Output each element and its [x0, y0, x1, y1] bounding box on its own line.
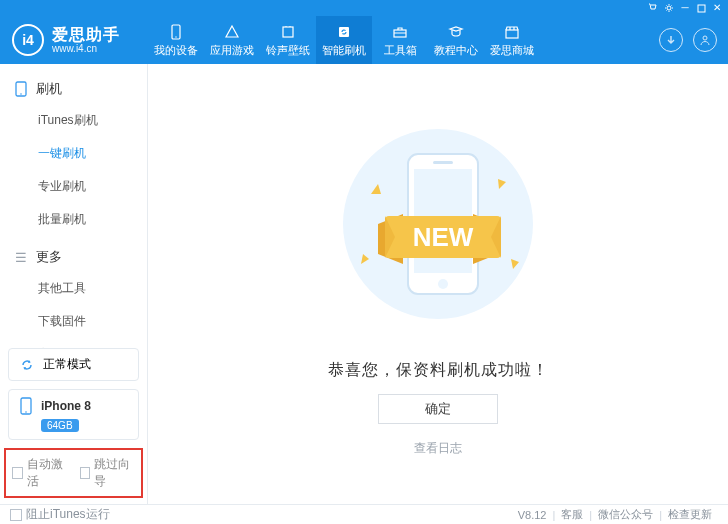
- svg-point-0: [667, 6, 671, 10]
- mall-icon: [504, 23, 520, 41]
- new-badge-text: NEW: [413, 222, 474, 252]
- maximize-icon[interactable]: [696, 3, 706, 13]
- sidebar-item-firmware[interactable]: 下载固件: [0, 305, 147, 338]
- ringtone-icon: [280, 23, 296, 41]
- sidebar-section-more[interactable]: ☰ 更多: [0, 242, 147, 272]
- svg-point-20: [438, 279, 448, 289]
- tab-label: 爱思商城: [490, 43, 534, 58]
- svg-point-12: [25, 411, 27, 413]
- checkbox-icon: [80, 467, 91, 479]
- support-link[interactable]: 客服: [561, 507, 583, 522]
- tab-mall[interactable]: 爱思商城: [484, 16, 540, 64]
- options-highlight-box: 自动激活 跳过向导: [4, 448, 143, 498]
- main-content: NEW 恭喜您，保资料刷机成功啦！ 确定 查看日志: [148, 64, 728, 504]
- phone-icon: [14, 81, 28, 97]
- tab-flash[interactable]: 智能刷机: [316, 16, 372, 64]
- brand-logo-icon: i4: [12, 24, 44, 56]
- tab-toolbox[interactable]: 工具箱: [372, 16, 428, 64]
- confirm-button[interactable]: 确定: [378, 394, 498, 424]
- svg-point-10: [20, 93, 22, 95]
- user-button[interactable]: [693, 28, 717, 52]
- sidebar-section-flash-title: 刷机: [36, 80, 62, 98]
- tab-apps[interactable]: 应用游戏: [204, 16, 260, 64]
- titlebar: ─ ✕: [0, 0, 728, 16]
- apps-icon: [224, 23, 240, 41]
- device-icon: [19, 397, 33, 415]
- svg-point-8: [703, 36, 707, 40]
- refresh-icon: [19, 357, 35, 373]
- cart-icon[interactable]: [648, 3, 658, 13]
- mode-label: 正常模式: [43, 356, 91, 373]
- device-storage-badge: 64GB: [41, 419, 79, 432]
- sidebar-item-pro[interactable]: 专业刷机: [0, 170, 147, 203]
- success-illustration: NEW: [323, 124, 553, 324]
- wechat-link[interactable]: 微信公众号: [598, 507, 653, 522]
- svg-rect-21: [433, 161, 453, 164]
- check-update-link[interactable]: 检查更新: [668, 507, 712, 522]
- brand-name: 爱思助手: [52, 26, 120, 44]
- sidebar-section-more-title: 更多: [36, 248, 62, 266]
- sidebar-item-itunes[interactable]: iTunes刷机: [0, 104, 147, 137]
- version-label: V8.12: [518, 509, 547, 521]
- tab-label: 应用游戏: [210, 43, 254, 58]
- device-icon: [168, 23, 184, 41]
- tab-label: 智能刷机: [322, 43, 366, 58]
- sidebar-item-batch[interactable]: 批量刷机: [0, 203, 147, 236]
- sidebar-item-other[interactable]: 其他工具: [0, 272, 147, 305]
- mode-indicator[interactable]: 正常模式: [8, 348, 139, 381]
- tab-device[interactable]: 我的设备: [148, 16, 204, 64]
- svg-rect-1: [698, 5, 705, 12]
- success-message: 恭喜您，保资料刷机成功啦！: [148, 360, 728, 381]
- tab-label: 我的设备: [154, 43, 198, 58]
- checkbox-icon: [10, 509, 22, 521]
- svg-rect-7: [506, 30, 518, 38]
- brand: i4 爱思助手 www.i4.cn: [0, 16, 148, 64]
- tab-ringtone[interactable]: 铃声壁纸: [260, 16, 316, 64]
- device-indicator[interactable]: iPhone 8 64GB: [8, 389, 139, 440]
- sidebar-section-flash[interactable]: 刷机: [0, 74, 147, 104]
- tab-label: 铃声壁纸: [266, 43, 310, 58]
- svg-rect-4: [283, 27, 293, 37]
- sidebar: 刷机 iTunes刷机一键刷机专业刷机批量刷机 ☰ 更多 其他工具下载固件高级功…: [0, 64, 148, 504]
- svg-point-3: [175, 36, 176, 37]
- auto-activate-checkbox[interactable]: 自动激活: [12, 456, 68, 490]
- auto-activate-label: 自动激活: [27, 456, 68, 490]
- tutorial-icon: [448, 23, 464, 41]
- header-right: [648, 16, 728, 64]
- skip-guide-label: 跳过向导: [94, 456, 135, 490]
- checkbox-icon: [12, 467, 23, 479]
- footer: 阻止iTunes运行 V8.12 | 客服 | 微信公众号 | 检查更新: [0, 504, 728, 524]
- skip-guide-checkbox[interactable]: 跳过向导: [80, 456, 136, 490]
- toolbox-icon: [392, 23, 408, 41]
- download-button[interactable]: [659, 28, 683, 52]
- header: i4 爱思助手 www.i4.cn 我的设备应用游戏铃声壁纸智能刷机工具箱教程中…: [0, 16, 728, 64]
- close-icon[interactable]: ✕: [712, 3, 722, 13]
- block-itunes-label: 阻止iTunes运行: [26, 506, 110, 523]
- device-name: iPhone 8: [41, 399, 91, 413]
- main-tabs: 我的设备应用游戏铃声壁纸智能刷机工具箱教程中心爱思商城: [148, 16, 648, 64]
- view-log-link[interactable]: 查看日志: [148, 440, 728, 457]
- gear-icon[interactable]: [664, 3, 674, 13]
- sidebar-item-advanced[interactable]: 高级功能: [0, 338, 147, 348]
- tab-label: 工具箱: [384, 43, 417, 58]
- brand-url: www.i4.cn: [52, 43, 120, 54]
- flash-icon: [336, 23, 352, 41]
- svg-rect-5: [339, 27, 349, 37]
- block-itunes-checkbox[interactable]: 阻止iTunes运行: [10, 506, 110, 523]
- sidebar-item-onekey[interactable]: 一键刷机: [0, 137, 147, 170]
- menu-icon: ☰: [14, 250, 28, 265]
- minimize-icon[interactable]: ─: [680, 3, 690, 13]
- tab-label: 教程中心: [434, 43, 478, 58]
- tab-tutorial[interactable]: 教程中心: [428, 16, 484, 64]
